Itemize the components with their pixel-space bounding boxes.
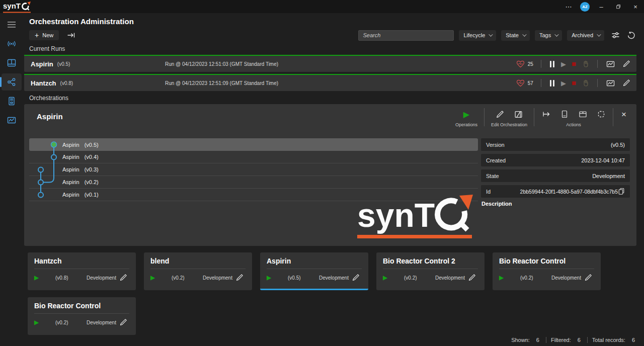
new-button[interactable]: + New <box>29 30 59 40</box>
sidebar-item-charts[interactable] <box>2 112 22 129</box>
version-row-selected[interactable]: Aspirin (v0.5) <box>29 138 478 151</box>
card-state: Development <box>435 275 468 281</box>
sidebar-item-devices[interactable] <box>2 93 22 110</box>
card-blend[interactable]: blend ▶ (v0.2) Development <box>144 252 252 290</box>
card-bio-reactor-control[interactable]: Bio Reactor Control ▶ (v0.2) Development <box>28 297 136 335</box>
sidebar-item-broadcast[interactable] <box>2 35 22 52</box>
pause-run-button[interactable] <box>549 60 555 68</box>
import-button[interactable] <box>66 30 76 40</box>
select-frame-button[interactable] <box>596 109 606 119</box>
edit-card-button[interactable] <box>235 274 244 282</box>
version-name: Aspirin <box>62 154 79 160</box>
card-hantzch[interactable]: Hantzch ▶ (v0.8) Development <box>28 252 136 290</box>
run-actions: 25 ▶ ■ <box>516 59 631 69</box>
card-version: (v0.2) <box>520 275 551 281</box>
run-chart-button[interactable] <box>605 78 616 88</box>
archived-filter-label: Archived <box>572 32 593 38</box>
edit-card-button[interactable] <box>352 274 360 282</box>
card-aspirin-selected[interactable]: Aspirin ▶ (v0.5) Development <box>260 252 368 290</box>
edit-card-button[interactable] <box>584 274 592 282</box>
archive-button[interactable] <box>578 109 588 119</box>
run-version: (v0.5) <box>57 61 70 67</box>
divider <box>546 337 546 343</box>
card-title: Bio Reactor Control <box>499 257 594 265</box>
version-row[interactable]: Aspirin (v0.3) <box>29 163 478 176</box>
toolbar: + New Lifecycle State Tags <box>29 29 636 42</box>
search-input[interactable] <box>358 30 454 41</box>
operations-button[interactable]: ▶ <box>462 109 470 120</box>
edit-card-button[interactable] <box>119 318 127 326</box>
close-window-button[interactable]: × <box>627 0 644 13</box>
play-icon[interactable]: ▶ <box>34 274 55 281</box>
chevron-down-icon <box>489 32 493 36</box>
card-version: (v0.2) <box>172 275 203 281</box>
designer-button[interactable] <box>513 109 524 120</box>
play-icon[interactable]: ▶ <box>150 274 172 281</box>
detail-value: 2bb59944-20f1-4880-5a97-08dbf4b3c7b5 <box>520 189 618 195</box>
play-run-icon[interactable]: ▶ <box>561 79 566 87</box>
promote-button[interactable] <box>541 109 551 119</box>
toolbar-filters: Lifecycle State Tags Archived <box>358 30 636 41</box>
restore-icon <box>616 4 621 9</box>
clone-document-button[interactable] <box>559 109 570 119</box>
run-row-hantzch[interactable]: Hantzch (v0.8) Run @ 04/12/2023 12:51:09… <box>24 74 636 91</box>
run-chart-button[interactable] <box>605 59 616 69</box>
restore-button[interactable] <box>610 0 627 13</box>
lifecycle-filter-dropdown[interactable]: Lifecycle <box>459 30 496 41</box>
version-row[interactable]: Aspirin (v0.4) <box>29 151 478 163</box>
minimize-button[interactable]: – <box>593 0 610 13</box>
play-icon[interactable]: ▶ <box>383 274 404 281</box>
close-panel-button[interactable]: × <box>618 110 629 120</box>
card-bio-reactor-control-2[interactable]: Bio Reactor Control 2 ▶ (v0.2) Developme… <box>376 252 485 290</box>
sidebar-item-dashboard[interactable] <box>2 54 22 71</box>
detail-value: Development <box>592 173 625 179</box>
main-content: Orchestration Administration + New Lifec… <box>23 13 644 346</box>
card-title: Hantzch <box>34 257 129 265</box>
user-avatar[interactable]: AZ <box>580 2 590 12</box>
card-bio-reactor-control[interactable]: Bio Reactor Control ▶ (v0.2) Development <box>493 252 601 290</box>
state-filter-dropdown[interactable]: State <box>501 30 530 41</box>
chart-icon <box>606 60 615 68</box>
play-run-icon[interactable]: ▶ <box>561 60 566 68</box>
edit-card-button[interactable] <box>119 274 127 282</box>
version-row[interactable]: Aspirin (v0.2) <box>29 176 478 189</box>
pencil-icon <box>352 274 360 282</box>
pause-run-button[interactable] <box>549 79 555 88</box>
refresh-button[interactable] <box>626 30 636 41</box>
chevron-down-icon <box>554 32 558 36</box>
filtered-label: Filtered: <box>551 337 571 343</box>
tags-filter-dropdown[interactable]: Tags <box>535 30 562 41</box>
heartbeat-indicator: 25 <box>516 60 533 68</box>
archived-filter-dropdown[interactable]: Archived <box>567 30 604 41</box>
stop-run-icon[interactable]: ■ <box>572 60 576 67</box>
detail-value: 2023-12-04 10:47 <box>581 157 625 163</box>
copy-id-button[interactable] <box>618 188 625 195</box>
detail-label: Version <box>486 142 505 148</box>
adjust-filters-button[interactable] <box>610 30 621 40</box>
play-icon[interactable]: ▶ <box>34 319 55 326</box>
run-row-aspirin[interactable]: Aspirin (v0.5) Run @ 04/12/2023 12:51:03… <box>24 55 636 72</box>
orchestration-cards: Hantzch ▶ (v0.8) Development blend ▶ (v0… <box>28 252 636 335</box>
sidebar-item-orchestrations[interactable] <box>2 73 22 91</box>
hamburger-menu-button[interactable] <box>2 16 22 33</box>
version-list: Aspirin (v0.5) Aspirin (v0.4) Aspirin (v… <box>29 138 478 201</box>
stop-run-icon[interactable]: ■ <box>572 79 576 86</box>
play-icon[interactable]: ▶ <box>499 274 520 281</box>
play-icon[interactable]: ▶ <box>267 274 288 281</box>
orchestration-detail-panel: Aspirin ▶ Operations <box>24 104 636 246</box>
run-name: Aspirin <box>31 60 53 68</box>
heartbeat-icon <box>516 60 525 68</box>
dashboard-icon <box>7 58 16 67</box>
state-filter-label: State <box>506 32 519 38</box>
total-records-value: 6 <box>632 337 635 343</box>
more-menu-button[interactable]: ⋯ <box>560 0 577 13</box>
edit-orchestration-label: Edit Orchestration <box>491 122 527 127</box>
edit-orchestration-button[interactable] <box>495 109 505 120</box>
edit-card-button[interactable] <box>468 274 476 282</box>
card-version: (v0.8) <box>55 275 87 281</box>
edit-run-button[interactable] <box>621 59 631 69</box>
syntq-watermark: synT <box>357 195 474 239</box>
edit-run-button[interactable] <box>621 78 631 88</box>
heartbeat-count: 57 <box>528 80 533 86</box>
sliders-icon <box>611 31 620 39</box>
